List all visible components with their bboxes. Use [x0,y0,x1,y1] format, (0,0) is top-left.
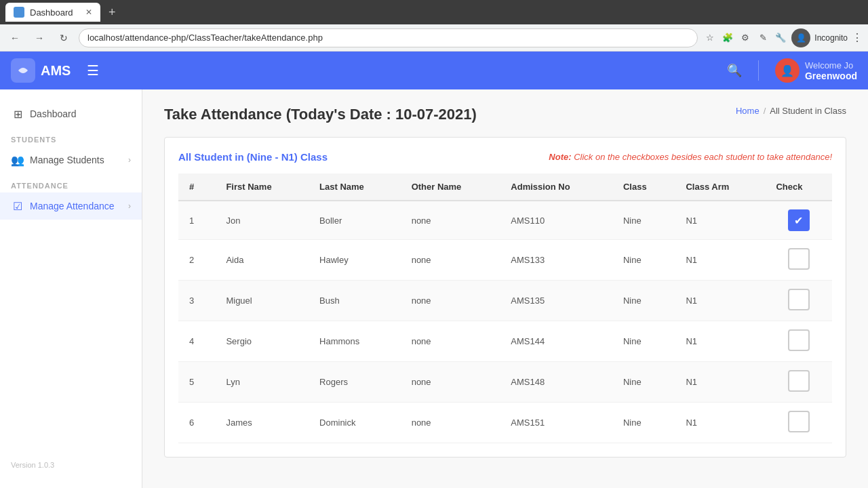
table-row: 2AidaHawleynoneAMS133NineN1 [178,240,832,281]
attendance-checkbox[interactable] [788,209,810,231]
cell-check [765,403,832,443]
attendance-section-label: ATTENDANCE [0,174,142,192]
cell-admission: AMS110 [500,201,612,240]
attendance-checkbox[interactable] [788,370,810,392]
page-header: Take Attendance (Today's Date : 10-07-20… [164,106,846,123]
table-row: 6JamesDominicknoneAMS151NineN1 [178,403,832,443]
user-greeting: Welcome Jo [805,60,857,70]
logo-text: AMS [41,63,71,79]
edit-icon[interactable]: ✎ [756,31,770,45]
attendance-chevron-icon: › [128,201,131,211]
back-button[interactable]: ← [5,28,24,47]
cell-num: 1 [178,201,215,240]
incognito-icon: 👤 [796,33,806,43]
cell-last: Hawley [309,240,401,281]
table-header-row-el: # First Name Last Name Other Name Admiss… [178,174,832,201]
cell-arm: N1 [675,321,765,362]
students-section-label: STUDENTS [0,127,142,146]
url-text: localhost/attendance-php/ClassTeacher/ta… [87,33,323,43]
extension-icon[interactable]: 🧩 [721,31,734,45]
table-section: All Student in (Nine - N1) Class Note: C… [164,137,846,458]
cell-last: Boller [309,201,401,240]
note-text: Note: Click on the checkboxes besides ea… [549,152,832,162]
browser-tab[interactable]: Dashboard ✕ [5,3,100,22]
cell-first: Miguel [215,281,309,321]
cell-check [765,240,832,281]
cell-first: James [215,403,309,443]
cell-admission: AMS133 [500,240,612,281]
star-icon[interactable]: ☆ [703,31,717,45]
cell-first: Lyn [215,362,309,403]
col-admission-no: Admission No [500,174,612,201]
cell-first: Aida [215,240,309,281]
new-tab-button[interactable]: + [108,5,116,20]
page-title: Take Attendance (Today's Date : 10-07-20… [164,106,477,123]
refresh-button[interactable]: ↻ [54,28,73,47]
tab-favicon [14,7,24,18]
address-bar[interactable]: localhost/attendance-php/ClassTeacher/ta… [79,28,698,47]
user-area: 👤 Welcome Jo Greenwood [775,58,857,83]
extensions-icon[interactable]: 🔧 [774,31,787,45]
attendance-checkbox[interactable] [788,248,810,270]
attendance-checkbox[interactable] [788,411,810,432]
user-avatar: 👤 [775,58,800,83]
cell-other: none [401,403,500,443]
incognito-label: Incognito [814,33,848,43]
search-icon[interactable]: 🔍 [727,63,742,78]
cell-num: 5 [178,362,215,403]
students-chevron-icon: › [128,155,131,165]
app-container: AMS ☰ 🔍 👤 Welcome Jo Greenwood ⊞ Dashboa… [0,52,868,488]
browser-menu-button[interactable]: ⋮ [852,31,863,44]
address-bar-row: ← → ↻ localhost/attendance-php/ClassTeac… [0,24,868,52]
table-head: # First Name Last Name Other Name Admiss… [178,174,832,201]
cell-last: Rogers [309,362,401,403]
cell-check [765,362,832,403]
content-area: Take Attendance (Today's Date : 10-07-20… [142,89,868,488]
note-body: Click on the checkboxes besides each stu… [574,152,832,162]
breadcrumb-separator: / [764,106,766,116]
settings-icon[interactable]: ⚙ [738,31,752,45]
logo-icon [11,58,35,83]
sidebar-students-label: Manage Students [30,155,123,165]
cell-admission: AMS144 [500,321,612,362]
forward-button[interactable]: → [30,28,49,47]
note-prefix: Note: [549,152,574,162]
user-name: Greenwood [805,70,857,81]
user-info: Welcome Jo Greenwood [805,60,857,81]
browser-chrome: Dashboard ✕ + [0,0,868,24]
table-header-row: All Student in (Nine - N1) Class Note: C… [178,151,832,163]
attendance-table: # First Name Last Name Other Name Admiss… [178,174,832,443]
cell-admission: AMS135 [500,281,612,321]
cell-class: Nine [612,281,675,321]
cell-arm: N1 [675,403,765,443]
sidebar-item-attendance[interactable]: ☑ Manage Attendance › [0,192,142,220]
hamburger-button[interactable]: ☰ [81,60,104,81]
sidebar-item-students[interactable]: 👥 Manage Students › [0,146,142,174]
dashboard-icon: ⊞ [11,107,24,121]
cell-first: Sergio [215,321,309,362]
cell-arm: N1 [675,201,765,240]
sidebar-dashboard-label: Dashboard [30,108,131,119]
breadcrumb-home-link[interactable]: Home [736,106,760,116]
col-check: Check [765,174,832,201]
logo-area: AMS [11,58,71,83]
incognito-profile[interactable]: 👤 [791,28,810,47]
tab-close-button[interactable]: ✕ [85,7,92,17]
attendance-checkbox[interactable] [788,329,810,351]
sidebar-version: Version 1.0.3 [0,453,142,477]
cell-admission: AMS151 [500,403,612,443]
class-label: All Student in (Nine - N1) Class [178,151,328,163]
table-row: 3MiguelBushnoneAMS135NineN1 [178,281,832,321]
attendance-checkbox[interactable] [788,289,810,310]
breadcrumb: Home / All Student in Class [736,106,846,116]
col-first-name: First Name [215,174,309,201]
cell-class: Nine [612,362,675,403]
cell-check [765,201,832,240]
sidebar-item-dashboard[interactable]: ⊞ Dashboard [0,100,142,127]
cell-other: none [401,240,500,281]
cell-last: Bush [309,281,401,321]
cell-class: Nine [612,240,675,281]
cell-class: Nine [612,403,675,443]
cell-admission: AMS148 [500,362,612,403]
col-last-name: Last Name [309,174,401,201]
